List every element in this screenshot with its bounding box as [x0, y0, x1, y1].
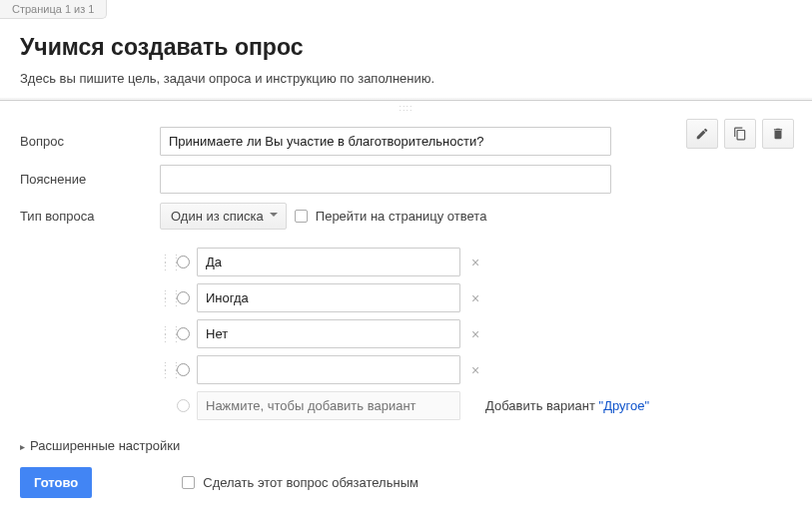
remove-option-button[interactable]: ×: [467, 290, 483, 306]
goto-page-label: Перейти на страницу ответа: [316, 209, 487, 224]
add-option-row: Добавить вариант "Другое": [160, 391, 792, 420]
drag-handle-icon[interactable]: ⋮⋮⋮⋮: [160, 362, 170, 378]
option-row: ⋮⋮⋮⋮ ×: [160, 248, 792, 276]
goto-page-checkbox[interactable]: [295, 210, 308, 223]
question-label: Вопрос: [20, 134, 160, 149]
radio-icon: [177, 363, 190, 376]
drag-handle-icon[interactable]: ⋮⋮⋮⋮: [160, 255, 170, 270]
drag-handle-icon[interactable]: ⋮⋮⋮⋮: [160, 290, 170, 306]
option-input[interactable]: [197, 283, 460, 312]
question-input[interactable]: [160, 127, 611, 156]
add-other-link[interactable]: "Другое": [599, 398, 650, 413]
edit-button[interactable]: [686, 119, 718, 149]
radio-icon: [177, 291, 190, 304]
duplicate-button[interactable]: [724, 119, 756, 149]
add-other-text: Добавить вариант "Другое": [485, 398, 649, 413]
option-input[interactable]: [197, 319, 460, 348]
hint-label: Пояснение: [20, 172, 160, 187]
form-title[interactable]: Учимся создавать опрос: [20, 34, 792, 61]
question-type-dropdown[interactable]: Один из списка: [160, 203, 287, 230]
done-button[interactable]: Готово: [20, 467, 92, 498]
radio-icon: [177, 327, 190, 340]
question-editor: :::: Вопрос Пояснение: [0, 100, 812, 512]
option-input[interactable]: [197, 248, 460, 276]
option-input[interactable]: [197, 355, 460, 384]
hint-input[interactable]: [160, 165, 611, 194]
drag-handle-icon[interactable]: ⋮⋮⋮⋮: [160, 326, 170, 342]
form-description[interactable]: Здесь вы пишите цель, задачи опроса и ин…: [20, 71, 792, 86]
pencil-icon: [695, 127, 709, 141]
radio-icon: [177, 399, 190, 412]
delete-button[interactable]: [762, 119, 794, 149]
remove-option-button[interactable]: ×: [467, 326, 483, 342]
type-label: Тип вопроса: [20, 209, 160, 224]
options-list: ⋮⋮⋮⋮ × ⋮⋮⋮⋮ × ⋮⋮⋮⋮: [160, 248, 792, 420]
form-header: Учимся создавать опрос Здесь вы пишите ц…: [0, 0, 812, 100]
required-label: Сделать этот вопрос обязательным: [203, 475, 418, 490]
advanced-settings-toggle[interactable]: Расширенные настройки: [20, 438, 812, 453]
add-option-input[interactable]: [197, 391, 460, 420]
page-indicator: Страница 1 из 1: [0, 0, 107, 19]
option-row: ⋮⋮⋮⋮ ×: [160, 283, 792, 312]
trash-icon: [771, 127, 785, 141]
radio-icon: [177, 256, 190, 268]
copy-icon: [733, 127, 747, 141]
question-toolbar: [686, 119, 794, 149]
remove-option-button[interactable]: ×: [467, 255, 483, 270]
required-checkbox[interactable]: [182, 476, 195, 489]
drag-handle-top[interactable]: ::::: [0, 101, 812, 115]
remove-option-button[interactable]: ×: [467, 362, 483, 378]
option-row: ⋮⋮⋮⋮ ×: [160, 319, 792, 348]
option-row: ⋮⋮⋮⋮ ×: [160, 355, 792, 384]
